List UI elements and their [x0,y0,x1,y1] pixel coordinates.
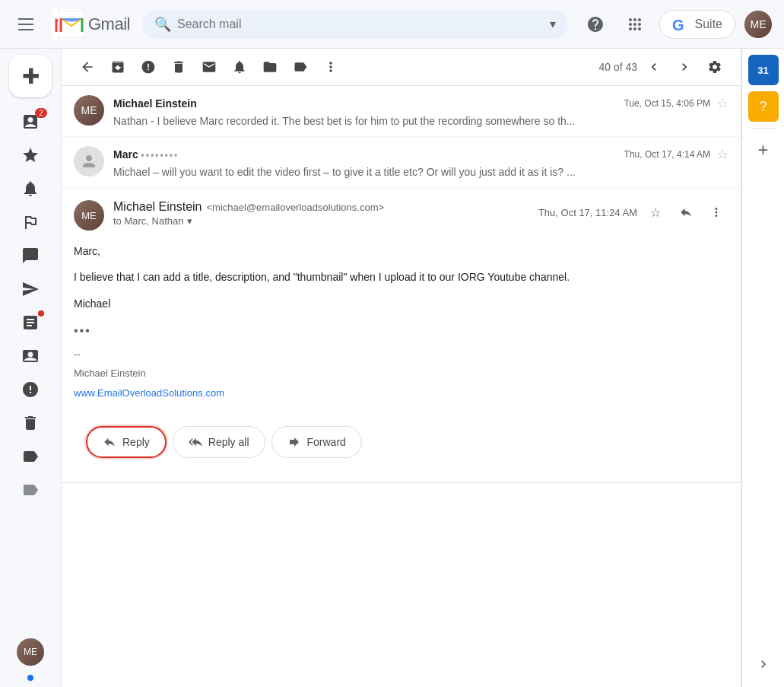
sig-link[interactable]: www.EmailOverloadSolutions.com [74,387,224,399]
gsuite-logo: G Suite [659,10,735,39]
separator: -- [74,347,728,363]
sidebar-item-snoozed[interactable] [9,173,52,204]
snooze-button[interactable] [226,55,253,79]
sidebar-user-avatar[interactable]: ME [17,638,44,666]
tasks-icon: ? [759,99,767,115]
hamburger-menu[interactable] [12,12,40,37]
pagination: 40 of 43 [598,55,698,79]
forward-button[interactable]: Forward [271,426,362,458]
user-avatar[interactable]: ME [744,11,772,38]
ellipsis-button[interactable]: ••• [74,321,728,341]
email-header-2: Marc •••••••• Thu, Oct 17, 4:14 AM ☆ [113,146,728,163]
more-button[interactable] [317,55,344,79]
reply-buttons-row: Reply Reply all Forward [74,414,728,470]
drafts-dot [38,310,44,316]
star-button-1[interactable]: ☆ [716,95,728,112]
email-date-2: Thu, Oct 17, 4:14 AM [624,149,710,160]
more-options-button[interactable] [704,200,728,224]
tasks-app-icon[interactable]: ? [748,91,779,122]
sidebar-item-label2[interactable] [9,475,52,505]
expanded-email: ME Michael Einstein <michael@emailoverlo… [62,188,741,483]
sidebar-item-inbox[interactable]: 2 [9,107,52,137]
email-meta-1: Tue, Oct 15, 4:06 PM ☆ [624,95,728,112]
next-button[interactable] [671,55,698,79]
sidebar-item-label1[interactable] [9,441,52,472]
star-expanded-button[interactable]: ☆ [643,200,668,224]
expanded-header: ME Michael Einstein <michael@emailoverlo… [74,200,728,231]
compose-button[interactable]: ✚ [9,55,52,97]
report-spam-button[interactable] [135,55,162,79]
reply-button[interactable]: Reply [86,426,167,458]
gmail-logo: Gmail [52,9,130,40]
search-dropdown-icon[interactable]: ▾ [550,17,556,31]
email-header-1: Michael Einstein Tue, Oct 15, 4:06 PM ☆ [113,95,728,112]
app-name: Gmail [88,14,130,34]
add-icon: + [757,139,768,161]
expanded-avatar: ME [74,200,104,231]
email-list: ME Michael Einstein Tue, Oct 15, 4:06 PM… [62,86,741,687]
expand-recipients-icon[interactable]: ▾ [187,215,192,227]
email-preview-1: Nathan - I believe Marc recorded it. The… [113,115,728,127]
sidebar-item-meet[interactable] [9,341,52,371]
compose-icon: ✚ [22,64,40,89]
expand-panel-button[interactable] [756,657,771,675]
search-icon: 🔍 [154,16,171,33]
main-area: ✚ 2 [0,49,784,687]
expanded-sender-email: <michael@emailoverloadsolutions.com> [207,202,385,213]
sidebar-item-spam[interactable] [9,374,52,405]
delete-button[interactable] [165,55,192,79]
expanded-meta: Thu, Oct 17, 11:24 AM ☆ [538,200,728,224]
email-content-2: Marc •••••••• Thu, Oct 17, 4:14 AM ☆ Mic… [113,146,728,178]
email-meta-2: Thu, Oct 17, 4:14 AM ☆ [624,146,728,163]
calendar-app-icon[interactable]: 31 [748,55,779,85]
sidebar-item-important[interactable] [9,207,52,237]
email-content-1: Michael Einstein Tue, Oct 15, 4:06 PM ☆ … [113,95,728,127]
star-button-2[interactable]: ☆ [716,146,728,163]
reply-all-button[interactable]: Reply all [173,426,265,458]
expanded-to: to Marc, Nathan ▾ [113,215,529,227]
prev-button[interactable] [640,55,668,79]
sidebar-item-trash[interactable] [9,408,52,438]
sidebar-item-starred[interactable] [9,140,52,170]
labels-button[interactable] [287,55,314,79]
email-avatar-2 [74,146,104,177]
email-date-1: Tue, Oct 15, 4:06 PM [624,98,710,109]
mark-unread-button[interactable] [195,55,223,79]
back-button[interactable] [74,55,101,79]
email-item-1[interactable]: ME Michael Einstein Tue, Oct 15, 4:06 PM… [62,86,741,137]
expanded-date: Thu, Oct 17, 11:24 AM [538,207,637,218]
add-apps-button[interactable]: + [748,135,779,165]
google-apps-button[interactable] [620,9,650,40]
inbox-badge: 2 [35,108,47,118]
topbar: Gmail 🔍 ▾ G Suite ME [0,0,784,49]
help-button[interactable] [580,9,611,40]
email-preview-2: Michael – will you want to edit the vide… [113,166,728,178]
side-apps-panel: 31 ? + [741,49,784,687]
sidebar-item-sent[interactable] [9,274,52,304]
search-input[interactable] [177,17,544,31]
email-item-2[interactable]: Marc •••••••• Thu, Oct 17, 4:14 AM ☆ Mic… [62,137,741,188]
pagination-text: 40 of 43 [598,61,637,73]
sidebar: ✚ 2 [0,49,61,687]
online-indicator [27,675,33,681]
sidebar-item-drafts[interactable] [9,307,52,338]
sidebar-item-chat[interactable] [9,240,52,271]
archive-button[interactable] [104,55,132,79]
gsuite-label: Suite [695,17,722,31]
email-toolbar: 40 of 43 [62,49,741,86]
side-apps-divider [751,128,776,129]
expanded-sender-info: Michael Einstein <michael@emailoverloads… [113,200,529,227]
email-area: 40 of 43 ME Michael E [61,49,741,687]
body-signature-name: Michael [74,295,728,312]
search-bar: 🔍 ▾ [142,10,568,39]
email-sender-2: Marc •••••••• [113,148,179,161]
svg-text:G: G [672,17,684,33]
sender-redacted: •••••••• [141,150,179,161]
greeting: Marc, [74,243,728,259]
move-to-button[interactable] [256,55,284,79]
reply-icon-button[interactable] [674,200,698,224]
email-avatar-1: ME [74,95,104,126]
body-paragraph-1: I believe that I can add a title, descri… [74,269,728,285]
settings-button[interactable] [701,55,728,79]
expanded-sender-name: Michael Einstein [113,200,202,214]
